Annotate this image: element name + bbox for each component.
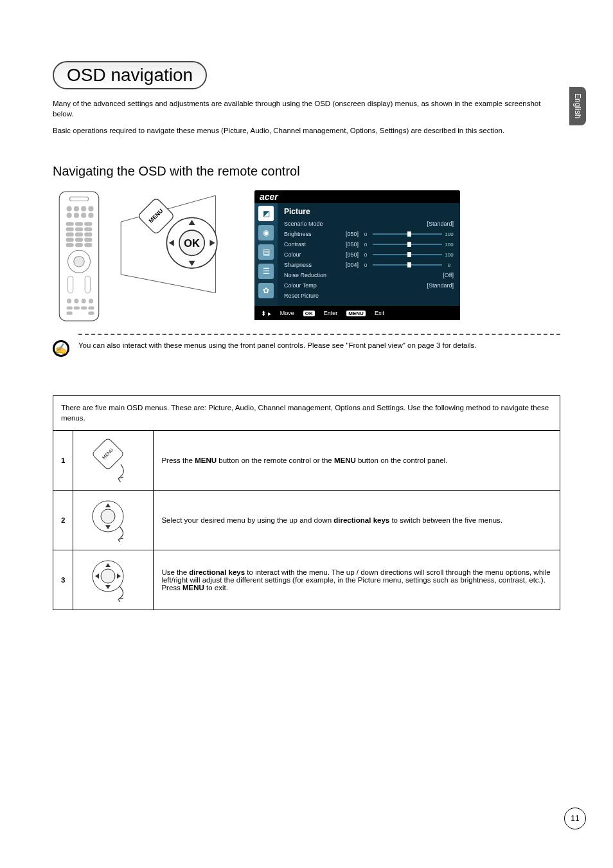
step-number: 2 (53, 490, 73, 550)
svg-point-4 (81, 206, 86, 212)
intro-p1: Many of the advanced settings and adjust… (53, 98, 560, 119)
osd-slider[interactable]: 0100 (361, 242, 454, 248)
svg-point-29 (67, 299, 71, 303)
svg-point-54 (101, 569, 115, 583)
remote-control-illustration (53, 190, 105, 322)
svg-point-30 (74, 299, 78, 303)
note-icon: ✍ (53, 340, 69, 357)
svg-rect-24 (84, 243, 92, 247)
language-tab: English (569, 87, 586, 125)
osd-slider[interactable]: 0100 (361, 252, 454, 258)
svg-rect-14 (75, 228, 83, 231)
table-intro: There are five main OSD menus. These are… (53, 396, 560, 430)
step-number: 1 (53, 430, 73, 490)
intro-p2: Basic operations required to navigate th… (53, 125, 560, 136)
osd-setting-row[interactable]: Reset Picture (284, 291, 454, 301)
osd-slider[interactable]: 08 (361, 262, 454, 268)
svg-rect-28 (85, 276, 90, 294)
osd-setting-row[interactable]: Noise Reduction[Off] (284, 270, 454, 280)
osd-setting-value: [Standard] (427, 221, 454, 227)
menu-button-hint-icon: MENU (346, 311, 366, 316)
svg-point-9 (88, 213, 93, 218)
osd-menu-title: Picture (284, 207, 454, 216)
remote-callout-illustration: OK MENU (116, 190, 231, 296)
svg-point-5 (88, 206, 93, 212)
svg-rect-1 (70, 197, 89, 201)
osd-setting-label: Reset Picture (284, 293, 339, 299)
osd-setting-value: [Off] (443, 272, 454, 278)
osd-setting-row[interactable]: Colour Temp[Standard] (284, 280, 454, 291)
intro-text: Many of the advanced settings and adjust… (53, 98, 560, 136)
osd-setting-row[interactable]: Brightness[050]0100 (284, 229, 454, 239)
svg-point-32 (89, 299, 93, 303)
svg-rect-21 (84, 238, 92, 242)
osd-footer-hints: ⬍ ▸ Move OK Enter MENU Exit (254, 306, 460, 320)
osd-setting-label: Noise Reduction (284, 272, 339, 278)
move-arrows-icon: ⬍ ▸ (261, 310, 271, 317)
svg-point-31 (82, 299, 86, 303)
step-number: 3 (53, 550, 73, 610)
ok-label: OK (184, 237, 200, 249)
step-3-text: Use the directional keys to interact wit… (154, 550, 560, 610)
settings-menu-icon[interactable]: ✿ (258, 283, 274, 298)
svg-rect-12 (84, 222, 92, 226)
step-2-text: Select your desired menu by using the up… (154, 490, 560, 550)
osd-setting-value: [050] (339, 231, 361, 237)
options-menu-icon[interactable]: ☰ (258, 264, 274, 279)
section-title: OSD navigation (67, 65, 193, 86)
svg-rect-37 (67, 312, 73, 315)
svg-rect-27 (68, 276, 73, 294)
svg-rect-38 (88, 312, 94, 315)
osd-setting-row[interactable]: Scenario Mode[Standard] (284, 219, 454, 229)
svg-rect-34 (74, 307, 80, 310)
navigation-steps-table: There are five main OSD menus. These are… (53, 395, 560, 610)
osd-setting-value: [050] (339, 251, 361, 258)
svg-point-7 (74, 213, 79, 218)
picture-menu-icon[interactable]: ◩ (258, 206, 274, 221)
svg-rect-23 (75, 243, 83, 247)
osd-screenshot: acer ◩ ◉ ▤ ☰ ✿ Picture Scenario Mode[Sta… (254, 190, 460, 320)
exit-hint: Exit (375, 310, 384, 316)
svg-rect-33 (67, 307, 73, 310)
osd-brand-logo: acer (254, 190, 460, 203)
section-title-frame: OSD navigation (53, 61, 207, 89)
osd-setting-label: Contrast (284, 241, 339, 248)
svg-point-50 (101, 509, 115, 523)
osd-setting-row[interactable]: Sharpness[004]08 (284, 260, 454, 270)
enter-hint: Enter (324, 310, 338, 316)
channel-menu-icon[interactable]: ▤ (258, 244, 274, 260)
svg-rect-11 (75, 222, 83, 226)
svg-rect-19 (66, 238, 74, 242)
svg-rect-16 (66, 233, 74, 237)
audio-menu-icon[interactable]: ◉ (258, 225, 274, 240)
osd-setting-value: [Standard] (427, 282, 454, 289)
ok-button-hint-icon: OK (303, 311, 315, 316)
osd-setting-label: Scenario Mode (284, 221, 339, 227)
svg-rect-35 (81, 307, 87, 310)
svg-rect-18 (84, 233, 92, 237)
svg-rect-36 (88, 307, 94, 310)
svg-point-8 (81, 213, 86, 218)
osd-setting-value: [004] (339, 262, 361, 268)
svg-rect-15 (84, 228, 92, 231)
osd-setting-value: [050] (339, 241, 361, 248)
svg-point-6 (67, 213, 72, 218)
step-1-illustration: MENU (73, 430, 154, 490)
step-3-illustration (73, 550, 154, 610)
step-2-illustration (73, 490, 154, 550)
svg-rect-22 (66, 243, 74, 247)
svg-rect-13 (66, 228, 74, 231)
osd-setting-label: Sharpness (284, 262, 339, 268)
osd-setting-label: Colour (284, 251, 339, 258)
svg-point-3 (74, 206, 79, 212)
subheading-navigating: Navigating the OSD with the remote contr… (53, 164, 560, 179)
osd-setting-label: Colour Temp (284, 282, 339, 289)
osd-setting-row[interactable]: Contrast[050]0100 (284, 239, 454, 249)
svg-point-26 (74, 257, 84, 267)
osd-setting-row[interactable]: Colour[050]0100 (284, 249, 454, 260)
osd-slider[interactable]: 0100 (361, 231, 454, 237)
move-hint: Move (280, 310, 294, 316)
page-number: 11 (564, 808, 586, 829)
svg-point-2 (67, 206, 72, 212)
svg-rect-10 (66, 222, 74, 226)
